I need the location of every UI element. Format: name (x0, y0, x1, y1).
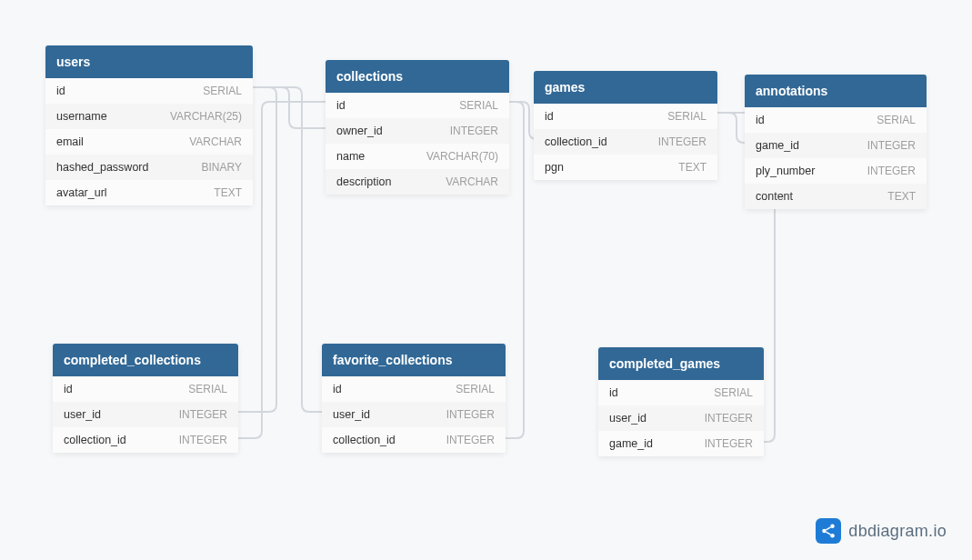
table-row: user_idINTEGER (598, 405, 764, 431)
table-favorite-collections[interactable]: favorite_collections idSERIAL user_idINT… (322, 344, 506, 453)
table-row: idSERIAL (53, 376, 238, 402)
table-row: emailVARCHAR (45, 129, 253, 155)
field-name: pgn (545, 161, 564, 174)
field-type: SERIAL (456, 383, 495, 395)
table-favorite-collections-header: favorite_collections (322, 344, 506, 376)
field-name: user_id (609, 412, 646, 425)
field-type: SERIAL (188, 383, 227, 395)
field-type: INTEGER (446, 434, 495, 446)
share-icon (816, 518, 841, 544)
field-type: VARCHAR(25) (170, 110, 242, 123)
table-row: idSERIAL (45, 78, 253, 104)
field-type: INTEGER (658, 135, 706, 148)
field-name: collection_id (545, 135, 607, 148)
table-row: contentTEXT (745, 184, 927, 209)
table-row: nameVARCHAR(70) (326, 144, 509, 169)
field-name: collection_id (64, 434, 126, 446)
table-row: collection_idINTEGER (534, 129, 717, 155)
table-row: user_idINTEGER (322, 402, 506, 427)
field-name: id (609, 386, 618, 399)
field-type: INTEGER (446, 408, 495, 421)
svg-point-1 (823, 529, 827, 534)
field-type: SERIAL (203, 85, 242, 97)
field-type: INTEGER (705, 437, 753, 450)
table-row: usernameVARCHAR(25) (45, 104, 253, 129)
field-type: INTEGER (450, 125, 498, 137)
field-type: INTEGER (705, 412, 753, 425)
table-row: idSERIAL (598, 380, 764, 405)
field-name: avatar_url (56, 186, 107, 199)
table-row: owner_idINTEGER (326, 118, 509, 144)
field-name: owner_id (336, 125, 383, 137)
field-type: VARCHAR(70) (426, 150, 498, 163)
svg-point-2 (831, 534, 836, 538)
table-annotations-header: annotations (745, 75, 927, 107)
field-name: username (56, 110, 107, 123)
table-row: collection_idINTEGER (53, 427, 238, 453)
field-name: id (756, 114, 765, 126)
field-type: INTEGER (867, 139, 916, 152)
field-name: id (64, 383, 73, 395)
field-name: id (545, 110, 554, 123)
table-row: idSERIAL (534, 104, 717, 129)
field-name: collection_id (333, 434, 396, 446)
table-row: user_idINTEGER (53, 402, 238, 427)
field-name: name (336, 150, 365, 163)
field-name: game_id (756, 139, 799, 152)
field-name: id (336, 99, 346, 112)
field-type: SERIAL (714, 386, 753, 399)
table-annotations[interactable]: annotations idSERIAL game_idINTEGER ply_… (745, 75, 927, 209)
field-type: TEXT (678, 161, 706, 174)
table-row: idSERIAL (322, 376, 506, 402)
watermark: dbdiagram.io (816, 518, 947, 544)
field-name: content (756, 190, 793, 203)
table-completed-games[interactable]: completed_games idSERIAL user_idINTEGER … (598, 347, 764, 456)
table-row: game_idINTEGER (745, 133, 927, 158)
table-row: collection_idINTEGER (322, 427, 506, 453)
field-type: INTEGER (867, 165, 916, 177)
table-row: descriptionVARCHAR (326, 169, 509, 195)
field-name: user_id (333, 408, 370, 421)
field-name: user_id (64, 408, 101, 421)
table-users[interactable]: users idSERIAL usernameVARCHAR(25) email… (45, 45, 253, 205)
field-type: INTEGER (179, 434, 227, 446)
watermark-text: dbdiagram.io (848, 522, 947, 541)
field-type: TEXT (887, 190, 916, 203)
field-name: id (56, 85, 65, 97)
svg-point-0 (831, 525, 836, 529)
field-name: ply_number (756, 165, 815, 177)
field-name: id (333, 383, 342, 395)
table-collections-header: collections (326, 60, 509, 93)
table-row: idSERIAL (326, 93, 509, 118)
table-completed-collections[interactable]: completed_collections idSERIAL user_idIN… (53, 344, 238, 453)
field-type: TEXT (214, 186, 242, 199)
field-name: email (56, 135, 84, 148)
table-users-header: users (45, 45, 253, 78)
table-row: hashed_passwordBINARY (45, 155, 253, 180)
table-completed-games-header: completed_games (598, 347, 764, 380)
table-row: game_idINTEGER (598, 431, 764, 456)
table-row: idSERIAL (745, 107, 927, 133)
field-type: INTEGER (179, 408, 227, 421)
table-row: ply_numberINTEGER (745, 158, 927, 184)
field-type: VARCHAR (446, 175, 498, 188)
table-collections[interactable]: collections idSERIAL owner_idINTEGER nam… (326, 60, 509, 195)
table-row: avatar_urlTEXT (45, 180, 253, 205)
field-type: SERIAL (877, 114, 916, 126)
table-row: pgnTEXT (534, 155, 717, 180)
field-name: description (336, 175, 391, 188)
table-completed-collections-header: completed_collections (53, 344, 238, 376)
table-games[interactable]: games idSERIAL collection_idINTEGER pgnT… (534, 71, 717, 180)
field-name: hashed_password (56, 161, 148, 174)
field-type: SERIAL (667, 110, 706, 123)
field-type: BINARY (202, 161, 242, 174)
field-type: SERIAL (459, 99, 498, 112)
field-type: VARCHAR (189, 135, 242, 148)
field-name: game_id (609, 437, 653, 450)
table-games-header: games (534, 71, 717, 104)
